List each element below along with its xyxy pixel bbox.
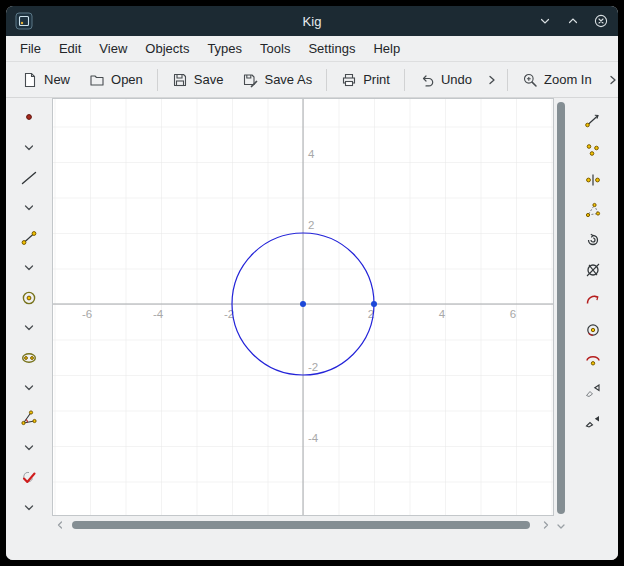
tool-circle-expander[interactable] xyxy=(15,314,43,342)
open-button[interactable]: Open xyxy=(80,66,152,94)
save-as-button[interactable]: Save As xyxy=(233,66,321,94)
save-icon xyxy=(172,72,188,88)
circle-center-icon xyxy=(584,321,602,339)
maximize-icon xyxy=(565,13,581,29)
tool-test-button[interactable] xyxy=(15,464,43,492)
tool-point-expander[interactable] xyxy=(15,134,43,162)
menu-help[interactable]: Help xyxy=(364,37,409,60)
scroll-left-button[interactable] xyxy=(54,519,66,531)
right-toolbar xyxy=(568,98,618,534)
save-as-icon xyxy=(242,72,258,88)
minimize-icon xyxy=(537,13,553,29)
line-icon xyxy=(20,169,38,187)
zoom-in-label: Zoom In xyxy=(544,72,592,87)
close-button[interactable] xyxy=(593,13,609,29)
tool-segment-button[interactable] xyxy=(15,224,43,252)
tool-angle-button[interactable] xyxy=(15,404,43,432)
menu-file[interactable]: File xyxy=(11,37,50,60)
tool-points-button[interactable] xyxy=(579,136,607,164)
tool-circle-center-button[interactable] xyxy=(579,316,607,344)
y-tick-label: 2 xyxy=(308,219,314,231)
conic-arc-icon xyxy=(584,351,602,369)
new-label: New xyxy=(44,72,70,87)
print-icon xyxy=(341,72,357,88)
menu-objects[interactable]: Objects xyxy=(136,37,198,60)
chevron-down-icon xyxy=(20,439,38,457)
tool-projectivity-button[interactable] xyxy=(579,406,607,434)
vertical-scrollbar-thumb[interactable] xyxy=(557,102,565,514)
menu-types[interactable]: Types xyxy=(198,37,251,60)
y-tick-label: -2 xyxy=(308,361,318,373)
vertical-scrollbar[interactable] xyxy=(554,98,568,534)
tool-point-button[interactable] xyxy=(15,104,43,132)
chevron-left-icon xyxy=(54,519,66,531)
toolbar-separator xyxy=(326,69,327,91)
horizontal-scrollbar-thumb[interactable] xyxy=(72,521,530,529)
point-reflection-icon xyxy=(584,171,602,189)
points-icon xyxy=(584,141,602,159)
tool-inversion-button[interactable] xyxy=(579,256,607,284)
tool-conic-button[interactable] xyxy=(15,344,43,372)
tool-conic-expander[interactable] xyxy=(15,374,43,402)
maximize-button[interactable] xyxy=(565,13,581,29)
toolbar-separator xyxy=(507,69,508,91)
figure-point[interactable] xyxy=(371,301,377,307)
figure-point[interactable] xyxy=(300,301,306,307)
arc-icon xyxy=(584,291,602,309)
scroll-right-button[interactable] xyxy=(540,519,552,531)
tool-line-button[interactable] xyxy=(15,164,43,192)
toolbar-separator xyxy=(404,69,405,91)
chevron-down-icon xyxy=(20,379,38,397)
triangle-icon xyxy=(584,201,602,219)
x-tick-label: -6 xyxy=(82,308,92,320)
y-tick-label: 4 xyxy=(308,148,315,160)
segment-icon xyxy=(20,229,38,247)
toolbar-overflow-button[interactable] xyxy=(603,67,618,93)
tool-conic-arc-button[interactable] xyxy=(579,346,607,374)
x-tick-label: 4 xyxy=(439,308,446,320)
inversion-icon xyxy=(584,261,602,279)
tool-angle-expander[interactable] xyxy=(15,434,43,462)
document-area: -6-4-224642-2-4 xyxy=(52,98,554,534)
tool-arc-button[interactable] xyxy=(579,286,607,314)
chevron-right-icon xyxy=(540,519,552,531)
window-title: Kig xyxy=(6,14,618,29)
horizontal-scrollbar-track[interactable] xyxy=(68,516,538,534)
menubar: File Edit View Objects Types Tools Setti… xyxy=(6,36,618,62)
menu-settings[interactable]: Settings xyxy=(299,37,364,60)
undo-icon xyxy=(419,72,435,88)
titlebar[interactable]: Kig xyxy=(6,6,618,36)
print-label: Print xyxy=(363,72,390,87)
tool-triangle-button[interactable] xyxy=(579,196,607,224)
scroll-down-button[interactable] xyxy=(555,520,567,534)
horizontal-scrollbar[interactable] xyxy=(52,516,554,534)
chevron-down-icon xyxy=(20,139,38,157)
chevron-down-icon xyxy=(20,199,38,217)
tool-vector-button[interactable] xyxy=(579,106,607,134)
save-button[interactable]: Save xyxy=(163,66,233,94)
chevron-down-icon xyxy=(555,520,567,534)
tool-line-expander[interactable] xyxy=(15,194,43,222)
chevron-down-icon xyxy=(20,319,38,337)
menu-edit[interactable]: Edit xyxy=(50,37,90,60)
undo-dropdown-button[interactable] xyxy=(482,67,502,93)
menu-tools[interactable]: Tools xyxy=(251,37,299,60)
circle-icon xyxy=(20,289,38,307)
tool-circle-button[interactable] xyxy=(15,284,43,312)
print-button[interactable]: Print xyxy=(332,66,399,94)
tool-test-expander[interactable] xyxy=(15,494,43,522)
tool-rotate-button[interactable] xyxy=(579,226,607,254)
vector-icon xyxy=(584,111,602,129)
ellipse-icon xyxy=(20,349,38,367)
vertical-scrollbar-track[interactable] xyxy=(554,98,568,520)
tool-segment-expander[interactable] xyxy=(15,254,43,282)
undo-button[interactable]: Undo xyxy=(410,66,481,94)
geometry-canvas[interactable]: -6-4-224642-2-4 xyxy=(52,98,554,516)
new-button[interactable]: New xyxy=(13,66,79,94)
kig-window: Kig File Edit View Objec xyxy=(6,6,618,560)
menu-view[interactable]: View xyxy=(90,37,136,60)
zoom-in-button[interactable]: Zoom In xyxy=(513,66,601,94)
tool-point-reflection-button[interactable] xyxy=(579,166,607,194)
minimize-button[interactable] xyxy=(537,13,553,29)
tool-similitude-button[interactable] xyxy=(579,376,607,404)
